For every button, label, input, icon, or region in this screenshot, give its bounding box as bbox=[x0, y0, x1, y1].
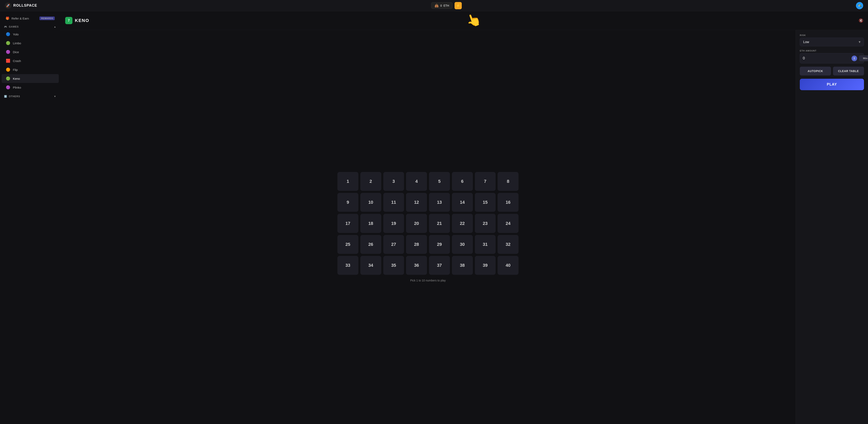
logo-text: ROLLSPACE bbox=[13, 3, 37, 8]
risk-select-wrap: Low Medium High ▼ bbox=[800, 38, 864, 46]
sidebar-label-dice: Dice bbox=[13, 50, 19, 54]
risk-select[interactable]: Low Medium High bbox=[800, 38, 864, 46]
keno-cell-19[interactable]: 19 bbox=[383, 214, 404, 233]
wallet-button[interactable]: 👜 0 ETH bbox=[431, 2, 453, 9]
keno-cell-4[interactable]: 4 bbox=[406, 172, 427, 191]
keno-cell-25[interactable]: 25 bbox=[337, 235, 358, 254]
sidebar-item-plinko[interactable]: 🟣 Plinko bbox=[2, 83, 59, 92]
min-max-row: Min Max bbox=[859, 55, 868, 61]
keno-board-wrap: 1234567891011121314151617181920212223242… bbox=[60, 30, 796, 424]
sound-icon: 🔇 bbox=[859, 19, 863, 23]
keno-cell-7[interactable]: 7 bbox=[475, 172, 496, 191]
games-collapse-icon: ▲ bbox=[54, 25, 56, 28]
avatar-button[interactable]: 🛰️ bbox=[856, 2, 863, 9]
side-panel: RISK Low Medium High ▼ ETH AMOUNT bbox=[796, 30, 868, 424]
bolt-button[interactable]: ⚡ bbox=[455, 2, 462, 9]
sidebar-item-keno[interactable]: 🟢 Keno bbox=[2, 74, 59, 83]
keno-cell-2[interactable]: 2 bbox=[360, 172, 381, 191]
keno-cell-5[interactable]: 5 bbox=[429, 172, 450, 191]
game-header: 7 KENO 👆 🔇 bbox=[60, 11, 868, 30]
refer-earn-row[interactable]: 🎁 Refer & Earn REWARDS bbox=[2, 14, 59, 22]
bolt-icon: ⚡ bbox=[456, 3, 460, 8]
sidebar-item-limbo[interactable]: 🟢 Limbo bbox=[2, 39, 59, 48]
keno-cell-17[interactable]: 17 bbox=[337, 214, 358, 233]
sidebar-item-crash[interactable]: 🟥 Crash bbox=[2, 56, 59, 65]
keno-cell-23[interactable]: 23 bbox=[475, 214, 496, 233]
autopick-button[interactable]: AUTOPICK bbox=[800, 67, 831, 75]
eth-amount-input[interactable] bbox=[803, 56, 849, 60]
keno-cell-18[interactable]: 18 bbox=[360, 214, 381, 233]
sound-button[interactable]: 🔇 bbox=[859, 18, 863, 23]
game-title: KENO bbox=[75, 18, 89, 23]
topnav-center: 👜 0 ETH ⚡ bbox=[431, 2, 462, 9]
keno-cell-3[interactable]: 3 bbox=[383, 172, 404, 191]
keno-cell-26[interactable]: 26 bbox=[360, 235, 381, 254]
eth-amount-wrap: Ξ Min Max bbox=[800, 53, 864, 63]
keno-cell-40[interactable]: 40 bbox=[498, 256, 519, 275]
sidebar-label-flip: Flip bbox=[13, 68, 18, 71]
finger-emoji: 👆 bbox=[464, 11, 483, 29]
keno-cell-29[interactable]: 29 bbox=[429, 235, 450, 254]
game-area: 7 KENO 👆 🔇 12345678910111213141516171819… bbox=[60, 11, 868, 424]
keno-cell-22[interactable]: 22 bbox=[452, 214, 473, 233]
keno-cell-12[interactable]: 12 bbox=[406, 193, 427, 212]
main-layout: 🎁 Refer & Earn REWARDS 🎮 GAMES ▲ 🔵 Yolo … bbox=[0, 11, 868, 424]
autopick-clear-row: AUTOPICK CLEAR TABLE bbox=[800, 67, 864, 75]
sidebar-item-dice[interactable]: 🟣 Dice bbox=[2, 48, 59, 56]
sidebar-item-yolo[interactable]: 🔵 Yolo bbox=[2, 30, 59, 39]
keno-cell-37[interactable]: 37 bbox=[429, 256, 450, 275]
keno-cell-8[interactable]: 8 bbox=[498, 172, 519, 191]
others-section-header[interactable]: ℹ️ OTHERS ▼ bbox=[0, 93, 60, 99]
keno-cell-34[interactable]: 34 bbox=[360, 256, 381, 275]
game-content: 1234567891011121314151617181920212223242… bbox=[60, 30, 868, 424]
keno-cell-38[interactable]: 38 bbox=[452, 256, 473, 275]
games-list: 🔵 Yolo 🟢 Limbo 🟣 Dice 🟥 Crash 🟠 Flip 🟢 K… bbox=[0, 30, 60, 92]
play-button[interactable]: PLAY bbox=[800, 79, 864, 90]
keno-cell-16[interactable]: 16 bbox=[498, 193, 519, 212]
keno-cell-28[interactable]: 28 bbox=[406, 235, 427, 254]
yolo-icon: 🔵 bbox=[6, 32, 10, 37]
others-section-label: OTHERS bbox=[9, 95, 20, 98]
game-title-row: 7 KENO bbox=[65, 17, 89, 24]
keno-cell-11[interactable]: 11 bbox=[383, 193, 404, 212]
keno-cell-39[interactable]: 39 bbox=[475, 256, 496, 275]
risk-label: RISK bbox=[800, 34, 864, 36]
games-section-label: GAMES bbox=[9, 25, 19, 28]
rewards-badge: REWARDS bbox=[39, 17, 55, 20]
risk-field: RISK Low Medium High ▼ bbox=[800, 34, 864, 46]
keno-cell-1[interactable]: 1 bbox=[337, 172, 358, 191]
keno-cell-14[interactable]: 14 bbox=[452, 193, 473, 212]
keno-grid: 1234567891011121314151617181920212223242… bbox=[337, 172, 519, 275]
gift-icon: 🎁 bbox=[6, 17, 9, 20]
games-section-icon: 🎮 bbox=[4, 25, 7, 28]
keno-cell-21[interactable]: 21 bbox=[429, 214, 450, 233]
logo-icon: 🚀 bbox=[5, 2, 11, 9]
keno-cell-20[interactable]: 20 bbox=[406, 214, 427, 233]
info-icon: ℹ️ bbox=[4, 95, 7, 98]
sidebar-item-flip[interactable]: 🟠 Flip bbox=[2, 65, 59, 74]
keno-cell-9[interactable]: 9 bbox=[337, 193, 358, 212]
dice-icon: 🟣 bbox=[6, 50, 10, 54]
keno-cell-30[interactable]: 30 bbox=[452, 235, 473, 254]
games-section-header[interactable]: 🎮 GAMES ▲ bbox=[0, 24, 60, 30]
logo: 🚀 ROLLSPACE bbox=[5, 2, 37, 9]
keno-cell-24[interactable]: 24 bbox=[498, 214, 519, 233]
limbo-icon: 🟢 bbox=[6, 41, 10, 46]
flip-icon: 🟠 bbox=[6, 67, 10, 72]
plinko-icon: 🟣 bbox=[6, 85, 10, 90]
topnav: 🚀 ROLLSPACE 👜 0 ETH ⚡ 🛰️ bbox=[0, 0, 868, 11]
keno-cell-35[interactable]: 35 bbox=[383, 256, 404, 275]
keno-cell-36[interactable]: 36 bbox=[406, 256, 427, 275]
keno-cell-10[interactable]: 10 bbox=[360, 193, 381, 212]
keno-cell-31[interactable]: 31 bbox=[475, 235, 496, 254]
refer-earn-label: Refer & Earn bbox=[11, 17, 29, 20]
clear-table-button[interactable]: CLEAR TABLE bbox=[833, 67, 864, 75]
min-button[interactable]: Min bbox=[859, 55, 868, 61]
eth-amount-field: ETH AMOUNT Ξ Min Max bbox=[800, 50, 864, 63]
keno-cell-15[interactable]: 15 bbox=[475, 193, 496, 212]
keno-cell-6[interactable]: 6 bbox=[452, 172, 473, 191]
keno-cell-27[interactable]: 27 bbox=[383, 235, 404, 254]
keno-cell-13[interactable]: 13 bbox=[429, 193, 450, 212]
keno-cell-32[interactable]: 32 bbox=[498, 235, 519, 254]
keno-cell-33[interactable]: 33 bbox=[337, 256, 358, 275]
